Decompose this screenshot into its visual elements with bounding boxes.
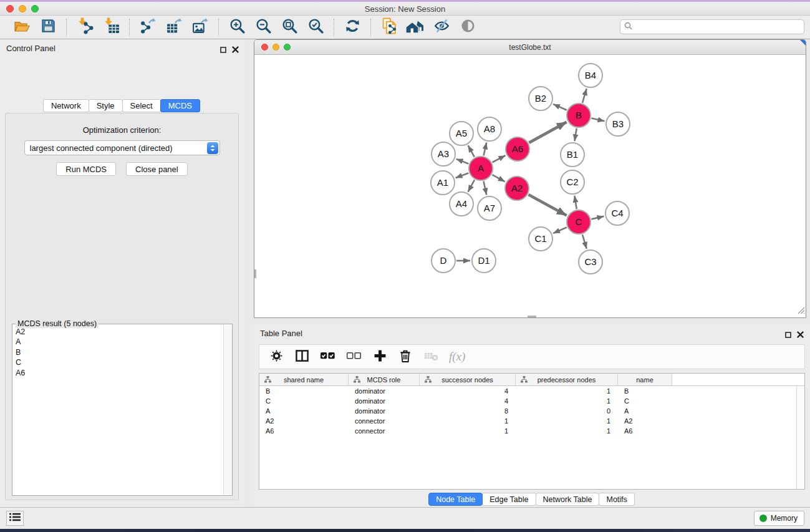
home-button[interactable] [405, 18, 426, 37]
edge-A2-C[interactable] [528, 195, 566, 215]
tab-node-table[interactable]: Node Table [428, 493, 483, 506]
refresh-button[interactable] [342, 18, 363, 37]
export-image-button[interactable] [190, 18, 211, 37]
node-C1[interactable]: C1 [529, 227, 552, 251]
node-C4[interactable]: C4 [605, 201, 629, 225]
tab-style[interactable]: Style [89, 99, 123, 112]
edge-A-A6[interactable] [493, 155, 506, 162]
node-A7[interactable]: A7 [478, 196, 501, 220]
edge-A-A5[interactable] [468, 145, 475, 157]
edge-A-A3[interactable] [456, 159, 469, 164]
tab-network[interactable]: Network [43, 99, 89, 112]
zoom-fit-button[interactable] [279, 18, 300, 37]
import-network-button[interactable] [74, 18, 95, 37]
settings-button[interactable] [269, 349, 284, 365]
close-panel-icon[interactable] [232, 44, 239, 56]
table-row[interactable]: A6connector11A6 [259, 426, 804, 436]
search-input[interactable] [635, 21, 804, 32]
save-button[interactable] [37, 18, 59, 37]
optimization-criterion-select[interactable]: largest connected component (directed) [24, 140, 220, 155]
close-panel-button[interactable]: Close panel [126, 162, 188, 176]
node-B[interactable]: B [567, 104, 591, 127]
node-A3[interactable]: A3 [432, 142, 455, 166]
node-C3[interactable]: C3 [579, 250, 602, 274]
node-label: D [440, 255, 447, 266]
column-header-name[interactable]: name [618, 374, 672, 385]
edge-C-C3[interactable] [582, 235, 587, 249]
run-mcds-button[interactable]: Run MCDS [56, 162, 116, 176]
node-B3[interactable]: B3 [606, 112, 630, 136]
column-header-successor-nodes[interactable]: successor nodes [420, 374, 516, 385]
edge-A-A7[interactable] [483, 181, 486, 195]
memory-button[interactable]: Memory [754, 511, 804, 526]
eye-button[interactable] [457, 18, 478, 37]
edge-A-A8[interactable] [484, 142, 487, 155]
zoom-out-button[interactable] [253, 18, 274, 37]
hide-panels-button[interactable] [431, 18, 452, 37]
delete-column-button[interactable] [398, 349, 413, 365]
edge-C-C4[interactable] [591, 216, 604, 220]
export-table-button[interactable] [163, 18, 185, 37]
node-A1[interactable]: A1 [431, 171, 455, 195]
tab-select[interactable]: Select [122, 99, 161, 112]
export-network-button[interactable] [137, 18, 158, 37]
column-header-mcds-role[interactable]: MCDS role [349, 374, 420, 385]
tab-network-table[interactable]: Network Table [536, 493, 600, 506]
edge-B-B1[interactable] [574, 128, 576, 142]
edge-A6-B[interactable] [529, 122, 566, 143]
node-A2[interactable]: A2 [505, 177, 529, 200]
column-header-predecessor-nodes[interactable]: predecessor nodes [516, 374, 618, 385]
close-panel-icon[interactable] [797, 329, 804, 341]
node-B4[interactable]: B4 [579, 64, 602, 87]
edge-C-C2[interactable] [574, 196, 576, 210]
edge-A-A4[interactable] [468, 180, 475, 191]
node-D1[interactable]: D1 [472, 249, 496, 273]
split-view-button[interactable] [294, 349, 309, 365]
edge-A-A1[interactable] [456, 173, 469, 178]
table-row[interactable]: Bdominator41B [259, 386, 804, 396]
edge-C-C1[interactable] [553, 227, 567, 233]
search-box[interactable] [620, 19, 804, 34]
zoom-in-button[interactable] [226, 18, 248, 37]
tab-edge-table[interactable]: Edge Table [482, 493, 536, 506]
zoom-selected-button[interactable] [305, 18, 326, 37]
deselect-all-button[interactable] [346, 349, 362, 364]
tab-mcds[interactable]: MCDS [160, 99, 200, 112]
node-A[interactable]: A [469, 157, 493, 180]
mcds-result-scrollbar[interactable] [223, 325, 231, 495]
table-row[interactable]: Cdominator41C [259, 396, 804, 406]
table-row[interactable]: A2connector11A2 [259, 416, 804, 426]
horizontal-scroll-indicator[interactable] [528, 316, 536, 317]
float-panel-icon[interactable] [785, 329, 791, 341]
node-B1[interactable]: B1 [561, 143, 584, 167]
table-scrollbar[interactable] [796, 386, 804, 489]
edge-B-B4[interactable] [582, 89, 587, 103]
edge-A-A2[interactable] [492, 175, 504, 181]
node-A8[interactable]: A8 [478, 117, 501, 141]
edge-B-B3[interactable] [591, 118, 604, 122]
float-panel-icon[interactable] [220, 44, 226, 56]
node-C[interactable]: C [567, 210, 591, 234]
clone-network-button[interactable] [378, 18, 400, 37]
import-table-button[interactable] [100, 18, 122, 37]
node-A4[interactable]: A4 [450, 192, 473, 216]
table-row[interactable]: Adominator80A [259, 406, 804, 416]
tab-motifs[interactable]: Motifs [599, 493, 634, 506]
node-D[interactable]: D [432, 249, 455, 273]
select-all-button[interactable] [320, 349, 335, 364]
task-history-button[interactable] [6, 511, 24, 526]
window-titlebar: Session: New Session [0, 2, 810, 16]
open-folder-button[interactable] [11, 18, 32, 37]
node-B2[interactable]: B2 [529, 87, 552, 110]
hierarchy-icon [264, 376, 271, 384]
window-resize-corner[interactable] [800, 40, 806, 46]
node-C2[interactable]: C2 [561, 170, 584, 194]
column-header-shared-name[interactable]: shared name [259, 374, 349, 385]
add-column-button[interactable] [372, 349, 387, 365]
vertical-scroll-indicator[interactable] [254, 269, 256, 278]
network-canvas[interactable]: AA1A2A3A4A5A6A7A8BB1B2B3B4CC1C2C3C4DD1 [254, 56, 806, 317]
node-A6[interactable]: A6 [506, 137, 529, 161]
edge-B-B2[interactable] [553, 104, 567, 110]
resize-grip-icon[interactable] [797, 306, 805, 317]
node-A5[interactable]: A5 [450, 122, 473, 145]
